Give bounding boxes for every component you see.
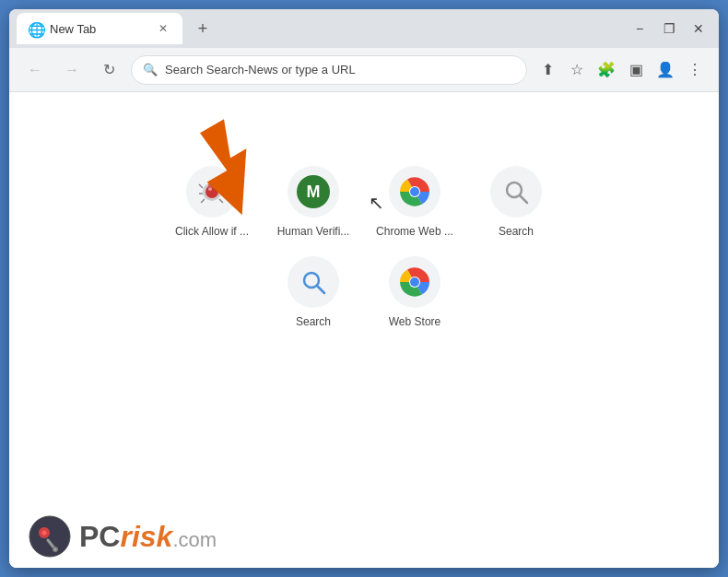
search-grey-icon bbox=[503, 179, 529, 205]
menu-button[interactable]: ⋮ bbox=[682, 57, 708, 83]
shortcut-human-verif-icon: M bbox=[288, 166, 339, 218]
watermark: PCrisk.com bbox=[28, 514, 217, 559]
back-icon: ← bbox=[28, 62, 42, 78]
extension-button[interactable]: 🧩 bbox=[593, 57, 619, 83]
window-controls: − ❐ ✕ bbox=[627, 16, 711, 41]
search-icon: 🔍 bbox=[143, 63, 158, 77]
shortcut-web-store-icon bbox=[389, 256, 440, 308]
tab-title: New Tab bbox=[50, 22, 147, 36]
m-icon: M bbox=[297, 175, 330, 208]
chrome-icon bbox=[399, 176, 430, 207]
restore-button[interactable]: ❐ bbox=[656, 16, 682, 41]
minimize-button[interactable]: − bbox=[627, 16, 652, 41]
pcrisk-risk: risk bbox=[120, 520, 172, 553]
arrow-container bbox=[184, 111, 286, 225]
shortcut-web-store[interactable]: Web Store bbox=[373, 256, 456, 328]
shortcut-human-verif-label: Human Verifi... bbox=[277, 225, 350, 238]
bookmark-button[interactable]: ☆ bbox=[564, 57, 590, 83]
toolbar-actions: ⬆ ☆ 🧩 ▣ 👤 ⋮ bbox=[534, 57, 708, 83]
pcrisk-wordmark: PCrisk.com bbox=[79, 520, 217, 554]
svg-point-24 bbox=[29, 516, 70, 557]
orange-arrow-svg bbox=[184, 111, 286, 221]
search-blue-icon bbox=[300, 269, 326, 295]
shortcut-chrome-web[interactable]: Chrome Web ... bbox=[373, 166, 456, 238]
shortcut-web-store-label: Web Store bbox=[389, 315, 440, 328]
forward-icon: → bbox=[65, 62, 79, 78]
title-bar: 🌐 New Tab ✕ + − ❐ ✕ bbox=[9, 9, 719, 48]
refresh-icon: ↻ bbox=[103, 61, 115, 78]
share-button[interactable]: ⬆ bbox=[534, 57, 560, 83]
pcrisk-com: .com bbox=[172, 528, 217, 551]
shortcuts-row-2: Search bbox=[272, 256, 456, 328]
browser-window: 🌐 New Tab ✕ + − ❐ ✕ ← → ↻ 🔍 ⬆ bbox=[9, 9, 719, 568]
refresh-button[interactable]: ↻ bbox=[94, 55, 123, 85]
browser-tab[interactable]: 🌐 New Tab ✕ bbox=[17, 13, 182, 44]
svg-line-17 bbox=[520, 195, 527, 203]
pcrisk-pc: PC bbox=[79, 520, 120, 553]
new-tab-button[interactable]: + bbox=[190, 16, 216, 41]
bookmark-icon: ☆ bbox=[570, 61, 583, 78]
svg-marker-1 bbox=[184, 117, 274, 221]
sidebar-icon: ▣ bbox=[629, 61, 643, 78]
address-bar[interactable]: 🔍 bbox=[131, 55, 527, 85]
shortcut-search-2-icon bbox=[288, 256, 339, 308]
shortcut-chrome-web-icon bbox=[389, 166, 440, 218]
svg-point-29 bbox=[54, 548, 57, 551]
pcrisk-logo-svg bbox=[28, 514, 72, 559]
menu-icon: ⋮ bbox=[687, 61, 702, 78]
share-icon: ⬆ bbox=[542, 61, 554, 78]
svg-point-23 bbox=[410, 277, 419, 287]
extension-icon: 🧩 bbox=[597, 61, 616, 78]
chrome2-icon bbox=[399, 266, 430, 298]
svg-point-26 bbox=[42, 531, 47, 536]
close-button[interactable]: ✕ bbox=[686, 16, 711, 41]
profile-button[interactable]: 👤 bbox=[652, 57, 678, 83]
shortcut-search-2-label: Search bbox=[296, 315, 331, 328]
toolbar: ← → ↻ 🔍 ⬆ ☆ 🧩 ▣ 👤 bbox=[9, 48, 719, 92]
profile-icon: 👤 bbox=[656, 61, 675, 78]
address-input[interactable] bbox=[165, 63, 515, 77]
sidebar-button[interactable]: ▣ bbox=[623, 57, 649, 83]
shortcut-search-1-icon bbox=[490, 166, 542, 218]
shortcut-search-1[interactable]: Search bbox=[475, 166, 558, 238]
svg-point-15 bbox=[410, 187, 419, 196]
page-content: ↖ bbox=[9, 92, 719, 568]
shortcut-click-allow-label: Click Allow if ... bbox=[175, 225, 249, 238]
back-button[interactable]: ← bbox=[20, 55, 50, 85]
forward-button[interactable]: → bbox=[57, 55, 87, 85]
tab-close-button[interactable]: ✕ bbox=[155, 20, 171, 37]
shortcut-search-1-label: Search bbox=[499, 225, 534, 238]
shortcut-chrome-web-label: Chrome Web ... bbox=[376, 225, 453, 238]
shortcut-search-2[interactable]: Search bbox=[272, 256, 355, 328]
svg-line-19 bbox=[317, 286, 324, 293]
tab-favicon-icon: 🌐 bbox=[28, 21, 42, 36]
